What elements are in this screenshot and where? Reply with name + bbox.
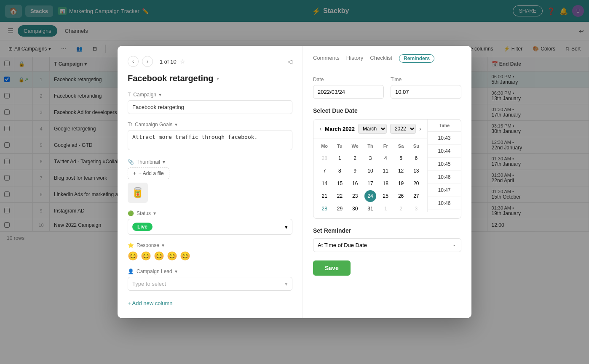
calendar-day[interactable]: 18 bbox=[380, 178, 391, 189]
record-modal: ‹ › 1 of 10 ☆ ◁ Facebook retargeting ▾ T… bbox=[118, 46, 471, 318]
calendar-day[interactable]: 14 bbox=[319, 178, 330, 189]
calendar-day[interactable]: 3 bbox=[364, 152, 376, 164]
tab-comments[interactable]: Comments bbox=[313, 55, 340, 63]
tab-checklist[interactable]: Checklist bbox=[370, 55, 392, 63]
cal-next-button[interactable]: › bbox=[419, 125, 421, 132]
calendar-day[interactable]: 13 bbox=[410, 165, 422, 177]
calendar-day[interactable]: 24 bbox=[364, 190, 376, 202]
goals-dropdown-icon[interactable]: ▾ bbox=[175, 122, 177, 128]
field-dropdown-icon[interactable]: ▾ bbox=[159, 92, 161, 98]
prev-record-button[interactable]: ‹ bbox=[128, 56, 139, 67]
calendar-day[interactable]: 11 bbox=[380, 165, 391, 177]
calendar-day[interactable]: 15 bbox=[334, 178, 345, 189]
emoji-2[interactable]: 😊 bbox=[141, 251, 151, 261]
calendar-day[interactable]: 7 bbox=[319, 165, 330, 177]
favorite-icon[interactable]: ☆ bbox=[180, 58, 185, 65]
reminder-select[interactable]: At Time of Due Date bbox=[313, 238, 461, 252]
date-label: Date bbox=[313, 77, 384, 82]
day-mo: Mo bbox=[317, 142, 332, 150]
cal-month-select[interactable]: March bbox=[358, 124, 387, 134]
cal-prev-button[interactable]: ‹ bbox=[319, 125, 321, 132]
campaign-field-section: T Campaign ▾ bbox=[128, 92, 292, 114]
calendar-day[interactable]: 23 bbox=[349, 190, 361, 202]
calendar-day[interactable]: 8 bbox=[334, 165, 345, 177]
next-record-button[interactable]: › bbox=[142, 56, 153, 67]
attachment-icon: 📎 bbox=[128, 159, 134, 165]
select-placeholder: Type to select bbox=[132, 281, 166, 287]
time-slot[interactable]: 10:46 bbox=[428, 197, 461, 210]
calendar-day[interactable]: 29 bbox=[334, 203, 345, 215]
calendar-day[interactable]: 1 bbox=[334, 152, 345, 164]
save-button[interactable]: Save bbox=[313, 260, 351, 276]
date-time-row: Date Time bbox=[313, 77, 461, 99]
calendar-day[interactable]: 5 bbox=[395, 152, 407, 164]
tab-history[interactable]: History bbox=[346, 55, 363, 63]
calendar-day[interactable]: 16 bbox=[349, 178, 361, 189]
add-column-button[interactable]: + Add new column bbox=[128, 298, 292, 308]
add-file-button[interactable]: + + Add a file bbox=[128, 167, 169, 179]
modal-right-panel: Comments History Checklist Reminders Dat… bbox=[303, 46, 471, 318]
time-field: Time bbox=[391, 77, 461, 99]
calendar-day[interactable]: 30 bbox=[349, 203, 361, 215]
calendar-day[interactable]: 20 bbox=[410, 178, 422, 189]
time-slot[interactable]: 10:47 bbox=[428, 184, 461, 197]
calendar-day[interactable]: 17 bbox=[364, 178, 376, 189]
emoji-1[interactable]: 😊 bbox=[128, 251, 138, 261]
thumbnail-label: 📎 Thumbnail ▾ bbox=[128, 159, 292, 165]
time-slot[interactable]: 10:44 bbox=[428, 145, 461, 158]
date-input[interactable] bbox=[313, 85, 384, 99]
calendar-day[interactable]: 27 bbox=[410, 190, 422, 202]
calendar-container: ‹ March 2022 March 2022 › Mo Tu bbox=[313, 119, 461, 219]
calendar-day[interactable]: 1 bbox=[380, 203, 391, 215]
response-dropdown-icon[interactable]: ▾ bbox=[162, 242, 164, 248]
calendar-day[interactable]: 31 bbox=[364, 203, 376, 215]
lead-dropdown-icon[interactable]: ▾ bbox=[175, 268, 177, 274]
calendar-day[interactable]: 26 bbox=[395, 190, 407, 202]
calendar-day[interactable]: 6 bbox=[410, 152, 422, 164]
calendar-day[interactable]: 21 bbox=[319, 190, 330, 202]
goals-field-section: Tr Campaign Goals ▾ Attract more traffic… bbox=[128, 122, 292, 151]
status-dropdown-icon[interactable]: ▾ bbox=[153, 210, 156, 216]
thumbnail-dropdown-icon[interactable]: ▾ bbox=[163, 159, 165, 165]
campaign-lead-select[interactable]: Type to select ▾ bbox=[128, 277, 292, 291]
calendar-day[interactable]: 10 bbox=[364, 165, 376, 177]
time-slot[interactable]: 10:43 bbox=[428, 132, 461, 145]
response-emojis: 😊 😊 😊 😊 😊 bbox=[128, 251, 292, 261]
calendar-day[interactable]: 2 bbox=[349, 152, 361, 164]
collapse-icon[interactable]: ◁ bbox=[288, 58, 292, 65]
calendar-day[interactable]: 25 bbox=[380, 190, 391, 202]
time-slot[interactable]: 10:45 bbox=[428, 158, 461, 171]
time-input[interactable] bbox=[391, 85, 461, 99]
calendar-day[interactable]: 4 bbox=[380, 152, 391, 164]
campaign-lead-section: 👤 Campaign Lead ▾ Type to select ▾ bbox=[128, 268, 292, 291]
emoji-5[interactable]: 😊 bbox=[180, 251, 190, 261]
calendar-day[interactable]: 28 bbox=[319, 203, 330, 215]
rich-text-icon: Tr bbox=[128, 122, 132, 128]
calendar-day[interactable]: 19 bbox=[395, 178, 407, 189]
emoji-4[interactable]: 😊 bbox=[167, 251, 177, 261]
set-reminder-label: Set Reminder bbox=[313, 227, 461, 234]
select-chevron: ▾ bbox=[285, 281, 288, 287]
title-dropdown-icon[interactable]: ▾ bbox=[217, 76, 219, 82]
star-field-icon: ⭐ bbox=[128, 242, 134, 248]
thumbnail-image: 🥫 bbox=[128, 183, 148, 203]
record-counter: 1 of 10 bbox=[160, 58, 177, 65]
status-icon: 🟢 bbox=[128, 210, 134, 216]
tab-reminders[interactable]: Reminders bbox=[399, 54, 434, 63]
calendar-day[interactable]: 9 bbox=[349, 165, 361, 177]
calendar-day[interactable]: 3 bbox=[410, 203, 422, 215]
status-field[interactable]: Live ▾ bbox=[128, 219, 292, 235]
campaign-field-label: T Campaign ▾ bbox=[128, 92, 292, 98]
calendar-day[interactable]: 2 bbox=[395, 203, 407, 215]
time-slot[interactable]: 10:46 bbox=[428, 171, 461, 184]
goals-textarea[interactable]: Attract more traffic through facebook. bbox=[128, 130, 292, 150]
calendar-day[interactable]: 22 bbox=[334, 190, 345, 202]
calendar-days: 2812345678910111213141516171819202122232… bbox=[317, 152, 424, 215]
cal-year-select[interactable]: 2022 bbox=[390, 124, 416, 134]
time-sidebar: Time 10:4310:4410:4510:4610:4710:46 bbox=[427, 120, 461, 212]
emoji-3[interactable]: 😊 bbox=[154, 251, 164, 261]
status-chevron: ▾ bbox=[285, 224, 288, 230]
calendar-day[interactable]: 28 bbox=[319, 152, 330, 164]
campaign-input[interactable] bbox=[128, 100, 292, 114]
calendar-day[interactable]: 12 bbox=[395, 165, 407, 177]
